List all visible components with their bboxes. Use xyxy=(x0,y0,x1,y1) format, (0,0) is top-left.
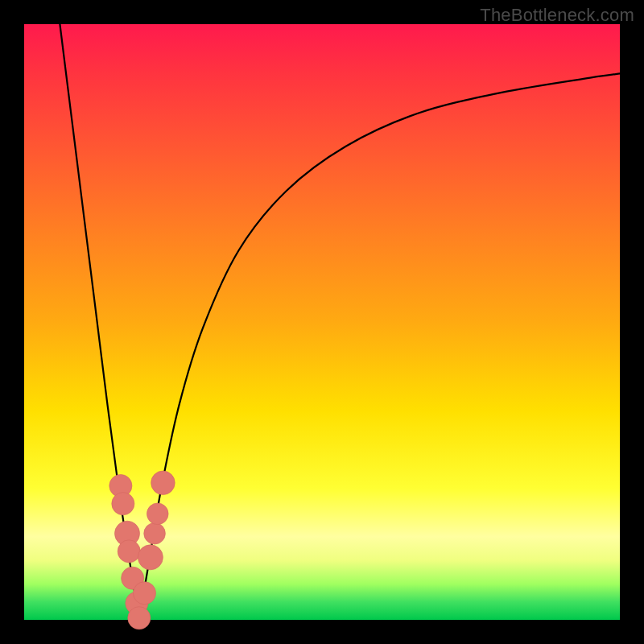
curve-layer xyxy=(24,24,620,620)
chart-frame: TheBottleneck.com xyxy=(0,0,644,644)
plot-area xyxy=(24,24,620,620)
data-marker xyxy=(144,522,166,544)
data-marker xyxy=(138,545,163,570)
data-marker xyxy=(151,471,175,495)
data-marker xyxy=(128,607,151,630)
data-marker xyxy=(118,540,140,563)
watermark-text: TheBottleneck.com xyxy=(480,5,634,26)
bottleneck-curve-right xyxy=(139,73,620,620)
data-marker xyxy=(112,493,134,515)
data-marker xyxy=(147,503,168,525)
data-marker xyxy=(133,582,155,605)
data-markers xyxy=(109,471,175,630)
